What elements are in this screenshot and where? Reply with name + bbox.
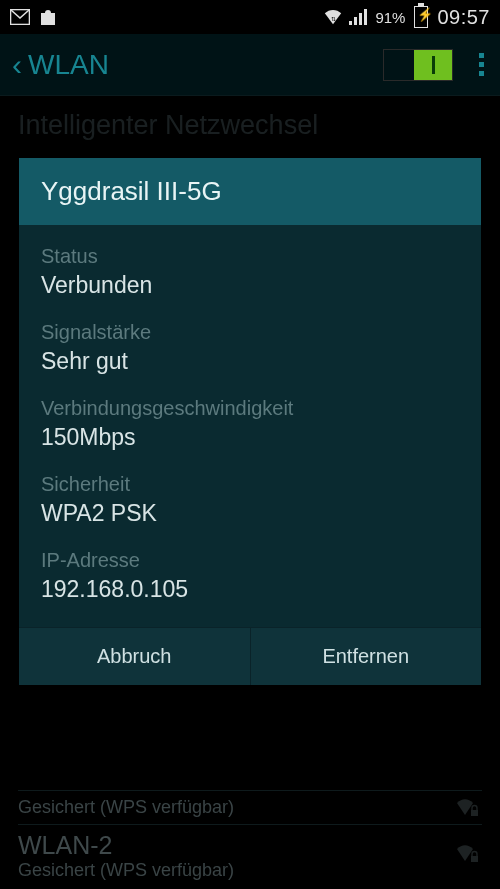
field-label: Sicherheit — [41, 473, 459, 496]
field-label: IP-Adresse — [41, 549, 459, 572]
network-details-dialog: Yggdrasil III-5G Status Verbunden Signal… — [19, 158, 481, 685]
field-label: Status — [41, 245, 459, 268]
field-label: Signalstärke — [41, 321, 459, 344]
field-signal: Signalstärke Sehr gut — [41, 309, 459, 385]
field-value: WPA2 PSK — [41, 500, 459, 527]
dialog-body: Status Verbunden Signalstärke Sehr gut V… — [19, 225, 481, 627]
cancel-button[interactable]: Abbruch — [19, 628, 250, 685]
field-value: 150Mbps — [41, 424, 459, 451]
field-label: Verbindungsgeschwindigkeit — [41, 397, 459, 420]
field-speed: Verbindungsgeschwindigkeit 150Mbps — [41, 385, 459, 461]
field-ip: IP-Adresse 192.168.0.105 — [41, 537, 459, 613]
field-value: Verbunden — [41, 272, 459, 299]
forget-button[interactable]: Entfernen — [250, 628, 482, 685]
field-status: Status Verbunden — [41, 233, 459, 309]
dialog-title: Yggdrasil III-5G — [19, 158, 481, 225]
field-security: Sicherheit WPA2 PSK — [41, 461, 459, 537]
field-value: Sehr gut — [41, 348, 459, 375]
field-value: 192.168.0.105 — [41, 576, 459, 603]
dialog-overlay: Yggdrasil III-5G Status Verbunden Signal… — [0, 0, 500, 889]
dialog-buttons: Abbruch Entfernen — [19, 627, 481, 685]
